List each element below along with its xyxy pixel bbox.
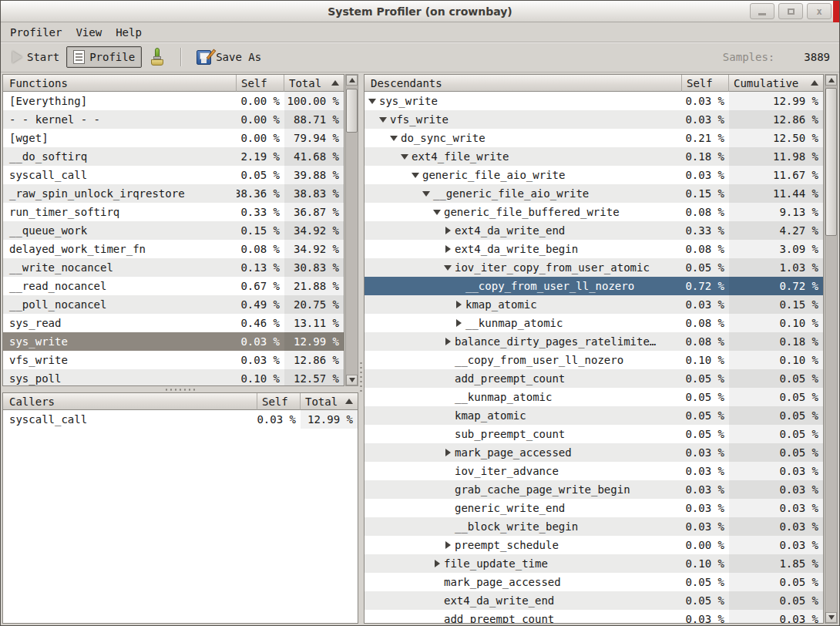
descendant-row[interactable]: __kunmap_atomic0.05 %0.05 % bbox=[365, 388, 823, 406]
scrollbar-thumb[interactable] bbox=[346, 89, 358, 133]
maximize-button[interactable] bbox=[778, 3, 803, 19]
descendant-row[interactable]: __copy_from_user_ll_nozero0.10 %0.10 % bbox=[365, 351, 823, 369]
function-row[interactable]: __read_nocancel0.67 %21.88 % bbox=[3, 277, 344, 295]
descendant-row[interactable]: kmap_atomic0.05 %0.05 % bbox=[365, 406, 823, 425]
tree-expander-open-icon[interactable] bbox=[378, 115, 388, 125]
functions-scrollbar[interactable] bbox=[345, 74, 358, 386]
descendant-row[interactable]: ext4_file_write0.18 %11.98 % bbox=[365, 147, 823, 166]
menu-profiler[interactable]: Profiler bbox=[3, 25, 69, 40]
function-row[interactable]: sys_poll0.10 %12.57 % bbox=[3, 369, 344, 385]
descendant-row[interactable]: add_preempt_count0.05 %0.05 % bbox=[365, 369, 823, 388]
function-row[interactable]: [wget]0.00 %79.94 % bbox=[3, 129, 344, 147]
descendant-row[interactable]: do_sync_write0.21 %12.50 % bbox=[365, 129, 823, 147]
tree-expander-open-icon[interactable] bbox=[443, 263, 453, 273]
scroll-up-button[interactable] bbox=[346, 75, 358, 86]
horizontal-pane-splitter[interactable] bbox=[2, 386, 358, 392]
descendant-row[interactable]: kmap_atomic0.03 %0.15 % bbox=[365, 295, 823, 314]
descendant-row[interactable]: iov_iter_advance0.03 %0.03 % bbox=[365, 462, 823, 480]
tree-expander-closed-icon[interactable] bbox=[454, 300, 464, 310]
tree-expander-open-icon[interactable] bbox=[422, 189, 432, 199]
descendant-row[interactable]: ext4_da_write_end0.33 %4.27 % bbox=[365, 221, 823, 240]
function-row[interactable]: syscall_call0.05 %39.88 % bbox=[3, 166, 344, 184]
function-row[interactable]: vfs_write0.03 %12.86 % bbox=[3, 351, 344, 369]
menu-view[interactable]: View bbox=[69, 25, 109, 40]
function-row[interactable]: [Everything]0.00 %100.00 % bbox=[3, 92, 344, 110]
scroll-up-button[interactable] bbox=[825, 75, 837, 86]
tree-expander-closed-icon[interactable] bbox=[443, 540, 453, 550]
descendant-row[interactable]: __kunmap_atomic0.08 %0.10 % bbox=[365, 314, 823, 332]
tree-expander-closed-icon[interactable] bbox=[454, 318, 464, 328]
function-row[interactable]: __queue_work0.15 %34.92 % bbox=[3, 221, 344, 240]
descendant-row[interactable]: __generic_file_aio_write0.15 %11.44 % bbox=[365, 184, 823, 203]
menu-help[interactable]: Help bbox=[109, 25, 149, 40]
tree-expander-closed-icon[interactable] bbox=[443, 226, 453, 236]
tree-expander-closed-icon[interactable] bbox=[443, 337, 453, 347]
titlebar[interactable]: System Profiler (on crownbay) x bbox=[1, 1, 839, 22]
column-header-cumulative[interactable]: Cumulative bbox=[729, 75, 823, 92]
function-row[interactable]: delayed_work_timer_fn0.08 %34.92 % bbox=[3, 240, 344, 258]
descendant-row[interactable]: mark_page_accessed0.03 %0.05 % bbox=[365, 443, 823, 462]
close-button[interactable]: x bbox=[807, 3, 832, 19]
descendant-row[interactable]: ext4_da_write_end0.05 %0.05 % bbox=[365, 591, 823, 610]
tree-expander-closed-icon[interactable] bbox=[443, 448, 453, 458]
function-row[interactable]: __write_nocancel0.13 %30.83 % bbox=[3, 258, 344, 277]
descendant-row[interactable]: generic_write_end0.03 %0.03 % bbox=[365, 499, 823, 517]
descendant-row[interactable]: sys_write0.03 %12.99 % bbox=[365, 92, 823, 110]
descendant-row-selected[interactable]: __copy_from_user_ll_nozero0.72 %0.72 % bbox=[365, 277, 823, 295]
descendants-scrollbar[interactable] bbox=[825, 74, 838, 624]
descendant-row[interactable]: vfs_write0.03 %12.86 % bbox=[365, 110, 823, 129]
scrollbar-thumb[interactable] bbox=[825, 88, 837, 236]
column-header-total[interactable]: Total bbox=[301, 393, 358, 410]
reset-button[interactable] bbox=[142, 44, 173, 70]
function-row[interactable]: __do_softirq2.19 %41.68 % bbox=[3, 147, 344, 166]
scroll-down-button[interactable] bbox=[346, 375, 358, 385]
scrollbar-trough[interactable] bbox=[825, 86, 837, 612]
tree-expander-open-icon[interactable] bbox=[411, 170, 421, 180]
descendant-row[interactable]: iov_iter_copy_from_user_atomic0.05 %1.03… bbox=[365, 258, 823, 277]
column-header-self[interactable]: Self bbox=[237, 75, 284, 92]
function-row[interactable]: _raw_spin_unlock_irqrestore38.36 %38.83 … bbox=[3, 184, 344, 203]
descendant-row[interactable]: add_preempt_count0.03 %0.03 % bbox=[365, 610, 823, 623]
profile-toggle-button[interactable]: Profile bbox=[66, 46, 142, 68]
tree-expander-open-icon[interactable] bbox=[432, 207, 442, 217]
column-header-callers[interactable]: Callers bbox=[3, 393, 257, 410]
menubar: Profiler View Help bbox=[1, 22, 839, 42]
descendant-row[interactable]: ext4_da_write_begin0.08 %3.09 % bbox=[365, 240, 823, 258]
column-header-total[interactable]: Total bbox=[284, 75, 344, 92]
callers-panel: Callers Self Total syscall_call0.03 %12.… bbox=[2, 392, 358, 624]
column-header-self[interactable]: Self bbox=[682, 75, 729, 92]
descendant-row[interactable]: grab_cache_page_write_begin0.03 %0.03 % bbox=[365, 480, 823, 499]
function-row-selected[interactable]: sys_write0.03 %12.99 % bbox=[3, 332, 344, 351]
descendant-row[interactable]: __block_write_begin0.03 %0.03 % bbox=[365, 517, 823, 536]
scroll-down-button[interactable] bbox=[825, 612, 837, 623]
column-header-self[interactable]: Self bbox=[257, 393, 301, 410]
scrollbar-trough[interactable] bbox=[346, 86, 358, 375]
descendant-row[interactable]: generic_file_buffered_write0.08 %9.13 % bbox=[365, 203, 823, 221]
descendant-row[interactable]: balance_dirty_pages_ratelimite…0.08 %0.1… bbox=[365, 332, 823, 351]
descendant-row[interactable]: file_update_time0.10 %1.85 % bbox=[365, 554, 823, 573]
caller-row[interactable]: syscall_call0.03 %12.99 % bbox=[3, 410, 358, 429]
descendant-row[interactable]: sub_preempt_count0.05 %0.05 % bbox=[365, 425, 823, 443]
descendant-row[interactable]: mark_page_accessed0.05 %0.05 % bbox=[365, 573, 823, 591]
minimize-button[interactable] bbox=[750, 3, 774, 19]
descendant-row[interactable]: preempt_schedule0.00 %0.03 % bbox=[365, 536, 823, 554]
start-button[interactable]: Start bbox=[5, 47, 66, 67]
descendant-row[interactable]: generic_file_aio_write0.03 %11.67 % bbox=[365, 166, 823, 184]
vertical-pane-splitter[interactable] bbox=[358, 74, 364, 624]
tree-expander-open-icon[interactable] bbox=[389, 133, 399, 143]
symbol-name: mark_page_accessed bbox=[444, 576, 561, 588]
tree-expander-closed-icon[interactable] bbox=[443, 244, 453, 254]
function-row[interactable]: run_timer_softirq0.33 %36.87 % bbox=[3, 203, 344, 221]
save-as-button[interactable]: Save As bbox=[190, 46, 268, 69]
column-header-descendants[interactable]: Descendants bbox=[365, 75, 682, 92]
function-row[interactable]: sys_read0.46 %13.11 % bbox=[3, 314, 344, 332]
tree-expander-open-icon[interactable] bbox=[400, 152, 410, 162]
function-row[interactable]: __poll_nocancel0.49 %20.75 % bbox=[3, 295, 344, 314]
column-header-functions[interactable]: Functions bbox=[3, 75, 237, 92]
function-row[interactable]: - - kernel - -0.00 %88.71 % bbox=[3, 110, 344, 129]
tree-expander-closed-icon[interactable] bbox=[432, 559, 442, 569]
tree-expander-open-icon[interactable] bbox=[368, 96, 378, 106]
symbol-name: __read_nocancel bbox=[9, 280, 106, 292]
symbol-name-cell: file_update_time bbox=[365, 554, 682, 573]
self-percent-cell: 0.10 % bbox=[682, 554, 729, 573]
